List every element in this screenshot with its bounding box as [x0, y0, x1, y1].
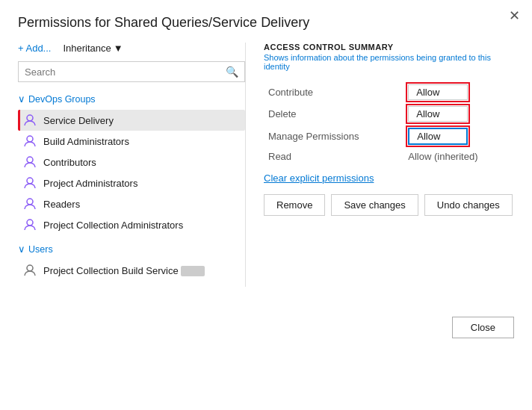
clear-permissions-link[interactable]: Clear explicit permissions — [264, 173, 374, 184]
users-group-label: Users — [28, 244, 53, 255]
group-icon-readers — [22, 196, 37, 211]
svg-point-3 — [27, 178, 33, 184]
group-icon-build-admins — [22, 134, 37, 149]
perm-label-manage: Manage Permissions — [264, 125, 403, 148]
identity-item-project-admins[interactable]: Project Administrators — [18, 173, 245, 193]
permission-row-contribute: Contribute Allow — [264, 81, 514, 103]
devops-groups-header[interactable]: ∨ DevOps Groups — [18, 91, 245, 107]
identity-label: Readers — [43, 199, 80, 210]
perm-value-manage: Allow — [403, 125, 514, 148]
identity-label: Contributors — [43, 157, 96, 168]
search-input[interactable] — [19, 63, 220, 81]
remove-button[interactable]: Remove — [264, 194, 325, 216]
save-changes-button[interactable]: Save changes — [331, 194, 418, 216]
dialog-title: Permissions for Shared Queries/Service D… — [18, 15, 514, 31]
devops-groups-list: Service Delivery Build Administrators — [18, 110, 245, 235]
undo-changes-button[interactable]: Undo changes — [424, 194, 513, 216]
left-panel: + Add... Inheritance ▼ 🔍 ∨ DevOps Groups — [18, 43, 246, 287]
blurred-domain — [181, 266, 204, 276]
identity-item-build-admins[interactable]: Build Administrators — [18, 131, 245, 152]
svg-point-5 — [27, 220, 33, 226]
identity-item-project-collection-admins[interactable]: Project Collection Administrators — [18, 214, 245, 235]
identity-item-pcbs[interactable]: Project Collection Build Service — [18, 260, 245, 281]
inheritance-button[interactable]: Inheritance ▼ — [63, 43, 123, 54]
svg-point-4 — [27, 199, 33, 205]
perm-value-contribute: Allow — [403, 81, 514, 103]
permission-row-delete: Delete Allow — [264, 103, 514, 125]
group-icon-contributors — [22, 155, 37, 170]
inheritance-chevron-icon: ▼ — [114, 43, 123, 54]
acs-subtitle: Shows information about the permissions … — [264, 53, 514, 71]
permissions-table: Contribute Allow Delete Allow — [264, 81, 514, 165]
perm-label-read: Read — [264, 148, 403, 165]
action-buttons: Remove Save changes Undo changes — [264, 194, 514, 216]
users-list: Project Collection Build Service — [18, 260, 245, 281]
allow-manage-box[interactable]: Allow — [408, 128, 468, 145]
perm-value-read: Allow (inherited) — [403, 148, 514, 165]
dialog-footer: Close — [18, 309, 514, 338]
svg-point-1 — [27, 136, 33, 142]
identity-label: Service Delivery — [43, 115, 114, 126]
svg-point-6 — [27, 265, 33, 271]
acs-title: ACCESS CONTROL SUMMARY — [264, 43, 514, 52]
perm-value-delete: Allow — [403, 103, 514, 125]
identity-label: Build Administrators — [43, 136, 129, 147]
dialog-close-x-button[interactable]: ✕ — [509, 9, 520, 22]
permissions-dialog: ✕ Permissions for Shared Queries/Service… — [0, 0, 532, 410]
svg-point-0 — [27, 115, 33, 121]
svg-point-2 — [27, 157, 33, 163]
close-button[interactable]: Close — [452, 317, 514, 338]
user-icon-pcbs — [22, 263, 37, 278]
devops-groups-label: DevOps Groups — [28, 94, 96, 105]
search-icon: 🔍 — [220, 62, 244, 81]
toolbar: + Add... Inheritance ▼ — [18, 43, 245, 54]
add-button[interactable]: + Add... — [18, 43, 51, 54]
identity-label: Project Collection Administrators — [43, 220, 183, 231]
identity-label: Project Administrators — [43, 178, 137, 189]
permission-row-manage: Manage Permissions Allow — [264, 125, 514, 148]
right-panel: ACCESS CONTROL SUMMARY Shows information… — [246, 43, 514, 287]
users-chevron-icon: ∨ — [18, 243, 25, 255]
allow-contribute-box[interactable]: Allow — [408, 84, 468, 100]
identity-item-service-delivery[interactable]: Service Delivery — [18, 110, 245, 131]
content-area: + Add... Inheritance ▼ 🔍 ∨ DevOps Groups — [18, 43, 514, 287]
identity-item-readers[interactable]: Readers — [18, 193, 245, 214]
permission-row-read: Read Allow (inherited) — [264, 148, 514, 165]
perm-label-contribute: Contribute — [264, 81, 403, 103]
search-box[interactable]: 🔍 — [18, 61, 245, 82]
users-group-header[interactable]: ∨ Users — [18, 241, 245, 257]
perm-label-delete: Delete — [264, 103, 403, 125]
identity-item-contributors[interactable]: Contributors — [18, 152, 245, 173]
allow-delete-box[interactable]: Allow — [408, 106, 468, 122]
devops-chevron-icon: ∨ — [18, 93, 25, 105]
group-icon-service-delivery — [22, 113, 37, 128]
allow-read-value: Allow (inherited) — [408, 151, 477, 162]
group-icon-project-admins — [22, 176, 37, 190]
group-icon-project-collection-admins — [22, 217, 37, 232]
identity-label: Project Collection Build Service — [43, 265, 205, 276]
